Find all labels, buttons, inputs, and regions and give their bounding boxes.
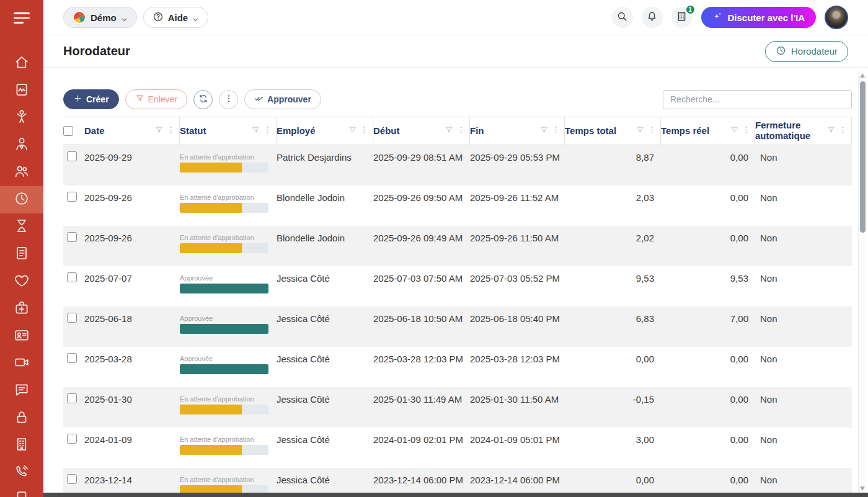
filter-icon[interactable] (445, 125, 454, 137)
filter-icon[interactable] (539, 125, 549, 137)
column-label: Statut (180, 126, 251, 137)
table-row[interactable]: 2025-09-29 En attente d'approbation Patr… (63, 145, 852, 186)
column-header[interactable]: Employé (277, 117, 373, 145)
scroll-down-arrow-icon[interactable] (860, 486, 865, 491)
column-header[interactable]: Statut (180, 117, 277, 145)
cell-auto-close: Non (755, 387, 852, 405)
row-checkbox[interactable] (67, 393, 77, 403)
search-input[interactable] (663, 90, 852, 109)
horizontal-scrollbar-thumb[interactable] (43, 493, 868, 497)
column-header[interactable]: Temps total (565, 117, 661, 145)
sidebar-item-employee[interactable] (0, 132, 43, 159)
chat-ai-button[interactable]: Discuter avec l'IA (701, 7, 816, 28)
plus-icon (73, 94, 82, 105)
column-menu-icon[interactable] (551, 125, 560, 137)
sidebar-item-team[interactable] (0, 159, 43, 186)
sidebar-item-health[interactable] (0, 268, 43, 295)
horodateur-button[interactable]: Horodateur (765, 41, 848, 62)
calculator-button[interactable]: 1 (671, 7, 693, 28)
company-logo-icon (73, 11, 86, 24)
sidebar-item-idcards[interactable] (0, 323, 43, 350)
company-switcher[interactable]: Démo (63, 7, 137, 28)
cell-end: 2025-06-18 05:40 PM (470, 307, 565, 324)
status-progress-bar (180, 243, 268, 253)
filter-icon[interactable] (348, 125, 357, 137)
column-header[interactable]: Début (373, 117, 470, 145)
create-button[interactable]: Créer (63, 89, 119, 109)
sidebar-item-hourglass[interactable] (0, 213, 43, 241)
column-header[interactable]: Fermeture automatique (755, 117, 852, 145)
status-label: Approuvée (180, 313, 277, 322)
column-menu-icon[interactable] (360, 125, 369, 137)
cell-start: 2025-06-18 10:50 AM (373, 307, 470, 324)
sidebar-item-calls[interactable] (0, 459, 43, 486)
vertical-scrollbar-thumb[interactable] (860, 81, 866, 233)
sidebar-item-security[interactable] (0, 405, 43, 432)
row-checkbox[interactable] (67, 272, 77, 282)
notifications-button[interactable] (642, 7, 663, 28)
select-all-checkbox[interactable] (63, 126, 73, 136)
cell-end: 2025-09-26 11:52 AM (470, 186, 565, 203)
column-menu-icon[interactable] (742, 125, 751, 137)
row-checkbox[interactable] (67, 313, 77, 323)
vertical-scrollbar[interactable] (858, 71, 866, 493)
table-row[interactable]: 2025-07-07 Approuvée Jessica Côté 2025-0… (63, 266, 852, 307)
table-row[interactable]: 2025-09-26 En attente d'approbation Blon… (63, 226, 852, 266)
menu-toggle-icon[interactable] (0, 0, 43, 36)
row-checkbox[interactable] (67, 232, 77, 242)
sidebar-item-medical[interactable] (0, 295, 43, 323)
status-progress-bar (180, 445, 268, 455)
cell-total-time: 0,00 (565, 347, 661, 364)
row-checkbox[interactable] (67, 474, 77, 484)
sidebar-item-video[interactable] (0, 350, 43, 377)
sidebar-item-reports[interactable] (0, 77, 43, 104)
search-button[interactable] (612, 7, 633, 28)
column-menu-icon[interactable] (647, 125, 657, 137)
column-menu-icon[interactable] (166, 125, 175, 137)
table-row[interactable]: 2024-01-09 En attente d'approbation Jess… (63, 428, 852, 468)
sidebar-item-home[interactable] (0, 50, 43, 77)
filter-icon[interactable] (826, 125, 836, 137)
sidebar-item-facilities[interactable] (0, 432, 43, 459)
column-label: Fin (470, 126, 539, 137)
cell-real-time: 9,53 (661, 266, 755, 284)
column-header[interactable]: Fin (470, 117, 565, 145)
column-menu-icon[interactable] (838, 125, 848, 137)
approve-button[interactable]: Approuver (244, 89, 321, 109)
refresh-button[interactable] (193, 90, 213, 109)
row-checkbox[interactable] (67, 434, 77, 444)
scroll-up-arrow-icon[interactable] (860, 73, 865, 78)
row-checkbox[interactable] (67, 192, 77, 202)
filter-icon[interactable] (636, 125, 645, 137)
cell-auto-close: Non (755, 307, 852, 324)
sidebar-item-messages[interactable] (0, 377, 43, 405)
column-header[interactable]: Date (84, 117, 180, 145)
filter-icon[interactable] (154, 125, 164, 137)
filter-icon[interactable] (251, 125, 260, 137)
remove-button[interactable]: Enlever (125, 89, 187, 109)
row-checkbox[interactable] (67, 353, 77, 363)
filter-icon[interactable] (730, 125, 739, 137)
more-options-button[interactable] (219, 90, 238, 109)
column-menu-icon[interactable] (456, 125, 466, 137)
help-menu[interactable]: Aide (143, 7, 209, 28)
table-row[interactable]: 2025-09-26 En attente d'approbation Blon… (63, 186, 852, 226)
cell-real-time: 0,00 (661, 428, 755, 445)
cell-auto-close: Non (755, 468, 852, 485)
sidebar-item-children[interactable] (0, 104, 43, 132)
table-row[interactable]: 2025-06-18 Approuvée Jessica Côté 2025-0… (63, 307, 852, 347)
sidebar-item-forms[interactable] (0, 241, 43, 268)
sidebar-item-devices[interactable] (0, 486, 43, 497)
avatar[interactable] (825, 6, 848, 29)
cell-status: En attente d'approbation (180, 145, 277, 172)
row-checkbox-cell (63, 347, 84, 365)
cell-real-time: 7,00 (661, 307, 755, 324)
row-checkbox[interactable] (67, 151, 77, 161)
cell-employee: Jessica Côté (277, 387, 373, 405)
column-header[interactable]: Temps réel (661, 117, 755, 145)
table-row[interactable]: 2025-03-28 Approuvée Jessica Côté 2025-0… (63, 347, 852, 387)
table-row[interactable]: 2025-01-30 En attente d'approbation Jess… (63, 387, 852, 428)
column-menu-icon[interactable] (263, 125, 272, 137)
cell-auto-close: Non (755, 226, 852, 243)
sidebar-item-timeclock[interactable] (0, 186, 43, 213)
